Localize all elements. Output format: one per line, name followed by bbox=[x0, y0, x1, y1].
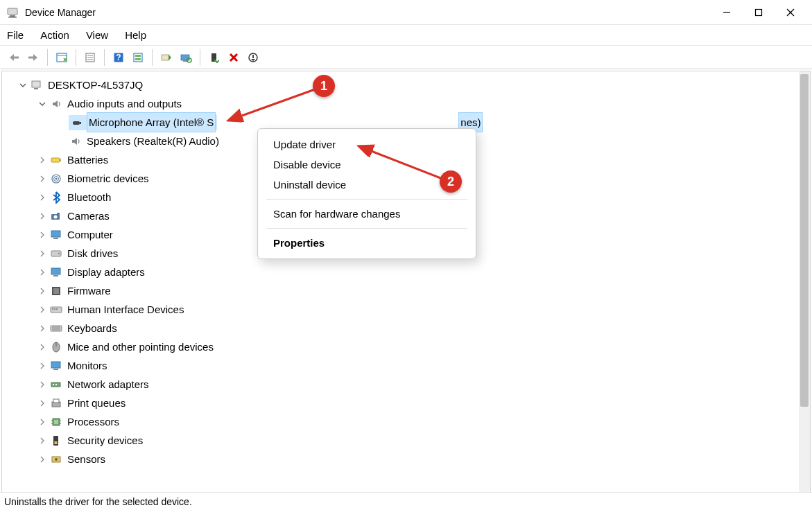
menu-action[interactable]: Action bbox=[40, 29, 69, 41]
svg-rect-2 bbox=[8, 17, 17, 18]
tree-category[interactable]: Firmware bbox=[2, 281, 799, 300]
svg-rect-32 bbox=[51, 158, 60, 162]
svg-rect-72 bbox=[55, 441, 58, 444]
chevron-right-icon[interactable] bbox=[37, 398, 48, 409]
device-category-icon bbox=[49, 172, 63, 186]
annotation-arrow-1 bbox=[223, 87, 320, 125]
toolbar-uninstall-button[interactable] bbox=[224, 49, 243, 67]
annotation-marker-1: 1 bbox=[313, 75, 335, 97]
tree-category-label: Network adapters bbox=[67, 375, 149, 394]
tree-item-label: Microphone Array (Intel® S bbox=[87, 112, 216, 132]
chevron-right-icon[interactable] bbox=[37, 173, 48, 184]
svg-rect-49 bbox=[52, 308, 53, 310]
svg-rect-19 bbox=[135, 58, 141, 60]
tree-category[interactable]: Human Interface Devices bbox=[2, 300, 799, 319]
tree-category[interactable]: Display adapters bbox=[2, 263, 799, 281]
annotation-arrow-2 bbox=[354, 141, 451, 184]
toolbar-help-button[interactable]: ? bbox=[109, 49, 128, 67]
chevron-right-icon[interactable] bbox=[37, 285, 48, 297]
device-category-icon bbox=[49, 247, 63, 261]
chevron-right-icon[interactable] bbox=[37, 416, 48, 428]
menu-help[interactable]: Help bbox=[125, 29, 146, 41]
chevron-right-icon[interactable] bbox=[37, 267, 48, 278]
svg-rect-61 bbox=[53, 384, 54, 385]
svg-rect-33 bbox=[60, 159, 61, 161]
vertical-scrollbar[interactable] bbox=[799, 71, 810, 493]
tree-category[interactable]: Mice and other pointing devices bbox=[2, 337, 799, 356]
svg-point-38 bbox=[54, 215, 58, 218]
chevron-right-icon[interactable] bbox=[37, 360, 48, 371]
tree-category-label: Security devices bbox=[67, 431, 143, 450]
chevron-right-icon[interactable] bbox=[37, 304, 48, 315]
tree-category[interactable]: Keyboards bbox=[2, 319, 799, 337]
chevron-right-icon[interactable] bbox=[37, 211, 48, 222]
toolbar-back-button[interactable] bbox=[4, 49, 24, 67]
device-category-icon bbox=[49, 265, 63, 279]
svg-rect-20 bbox=[162, 55, 169, 60]
tree-category-label: Keyboards bbox=[67, 319, 117, 337]
tree-category[interactable]: Network adapters bbox=[2, 375, 799, 394]
menu-view[interactable]: View bbox=[86, 29, 108, 41]
minimize-button[interactable] bbox=[711, 0, 743, 25]
chevron-right-icon[interactable] bbox=[37, 155, 48, 166]
device-category-icon bbox=[49, 378, 63, 392]
toolbar-enable-button[interactable] bbox=[205, 49, 224, 67]
device-category-icon bbox=[49, 434, 63, 448]
svg-rect-9 bbox=[57, 53, 67, 62]
chevron-down-icon[interactable] bbox=[37, 98, 48, 109]
tree-category[interactable]: Print queues bbox=[2, 394, 799, 412]
tree-category-audio[interactable]: Audio inputs and outputs bbox=[2, 94, 799, 113]
chevron-right-icon[interactable] bbox=[37, 248, 48, 259]
context-menu-divider bbox=[266, 228, 467, 229]
context-menu-properties[interactable]: Properties bbox=[264, 233, 470, 253]
svg-rect-0 bbox=[8, 8, 17, 15]
chevron-right-icon[interactable] bbox=[37, 229, 48, 240]
statusbar: Uninstalls the driver for the selected d… bbox=[0, 492, 812, 510]
tree-category[interactable]: Sensors bbox=[2, 450, 799, 468]
toolbar-forward-button[interactable] bbox=[24, 49, 43, 67]
svg-line-76 bbox=[361, 147, 442, 179]
svg-rect-45 bbox=[53, 275, 58, 276]
svg-rect-18 bbox=[135, 55, 141, 57]
chevron-right-icon[interactable] bbox=[37, 454, 48, 465]
context-menu-scan[interactable]: Scan for hardware changes bbox=[264, 204, 470, 224]
svg-rect-8 bbox=[28, 56, 34, 58]
device-category-icon bbox=[49, 340, 63, 354]
tree-category-label: Batteries bbox=[67, 150, 108, 169]
scrollbar-thumb[interactable] bbox=[800, 74, 809, 407]
toolbar-view-button[interactable] bbox=[128, 49, 148, 67]
toolbar-separator bbox=[152, 49, 153, 66]
toolbar-show-hidden-button[interactable] bbox=[52, 49, 71, 67]
chevron-right-icon[interactable] bbox=[37, 435, 48, 446]
tree-category[interactable]: Security devices bbox=[2, 431, 799, 450]
maximize-button[interactable] bbox=[743, 0, 775, 25]
tree-item-label: Speakers (Realtek(R) Audio) bbox=[87, 132, 219, 150]
svg-text:?: ? bbox=[116, 53, 121, 62]
toolbar-update-driver-button[interactable] bbox=[157, 49, 176, 67]
svg-rect-1 bbox=[10, 15, 15, 17]
chevron-right-icon[interactable] bbox=[37, 342, 48, 353]
tree-root-label: DESKTOP-4L537JQ bbox=[48, 76, 143, 94]
chevron-right-icon[interactable] bbox=[37, 323, 48, 334]
tree-category-label: Print queues bbox=[67, 394, 126, 412]
chevron-right-icon[interactable] bbox=[37, 192, 48, 203]
menu-file[interactable]: File bbox=[7, 29, 24, 41]
chevron-right-icon[interactable] bbox=[37, 379, 48, 390]
tree-root[interactable]: DESKTOP-4L537JQ bbox=[2, 76, 799, 94]
tree-category-label: Monitors bbox=[67, 356, 107, 375]
tree-category[interactable]: Processors bbox=[2, 412, 799, 431]
close-button[interactable] bbox=[775, 0, 806, 25]
chevron-down-icon[interactable] bbox=[17, 80, 28, 91]
tree-category[interactable]: Monitors bbox=[2, 356, 799, 375]
svg-rect-40 bbox=[51, 231, 60, 237]
toolbar-disable-button[interactable] bbox=[243, 49, 263, 67]
tree-category-label: Biometric devices bbox=[67, 169, 149, 188]
toolbar-properties-button[interactable] bbox=[80, 49, 100, 67]
toolbar-scan-button[interactable] bbox=[176, 49, 196, 67]
tree-category-label: Audio inputs and outputs bbox=[67, 94, 182, 113]
svg-rect-22 bbox=[183, 60, 187, 62]
svg-point-43 bbox=[58, 252, 60, 254]
device-category-icon bbox=[49, 415, 63, 429]
svg-rect-64 bbox=[53, 399, 59, 403]
device-category-icon bbox=[49, 359, 63, 373]
